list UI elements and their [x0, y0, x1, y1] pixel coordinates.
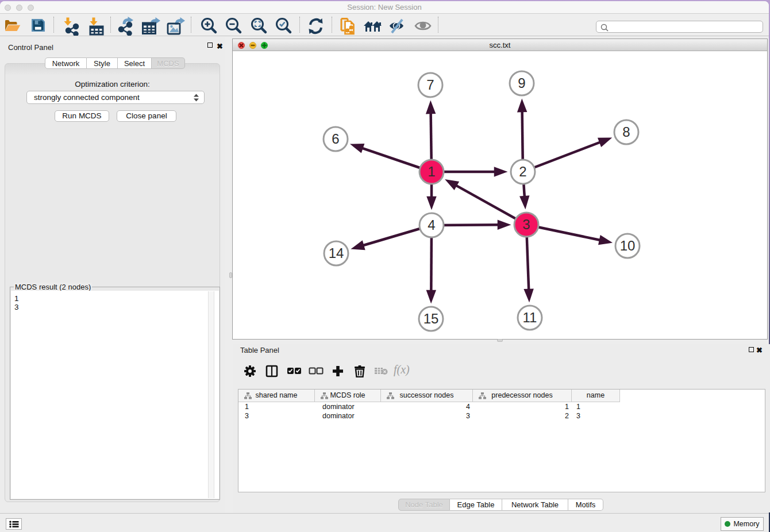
svg-text:14: 14	[329, 245, 344, 261]
svg-text:3: 3	[522, 217, 530, 232]
svg-text:7: 7	[426, 77, 434, 92]
svg-text:9: 9	[518, 75, 525, 91]
svg-text:10: 10	[620, 238, 636, 253]
svg-text:15: 15	[424, 311, 439, 326]
svg-text:2: 2	[519, 164, 526, 179]
svg-text:8: 8	[622, 124, 630, 140]
svg-text:4: 4	[428, 217, 435, 233]
svg-text:1: 1	[428, 164, 435, 179]
svg-text:11: 11	[523, 310, 537, 325]
svg-text:6: 6	[332, 131, 339, 147]
